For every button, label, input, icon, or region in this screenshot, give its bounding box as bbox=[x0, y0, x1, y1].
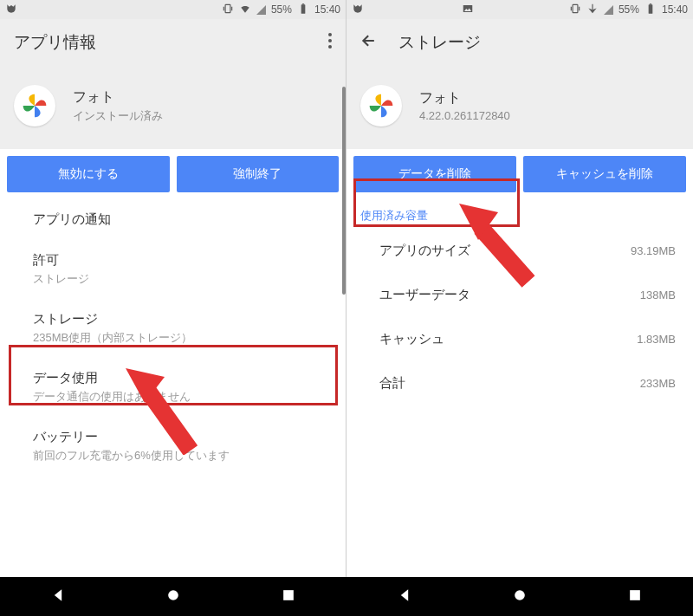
svg-rect-0 bbox=[225, 4, 230, 12]
row-cache: キャッシュ 1.83MB bbox=[346, 317, 693, 361]
page-title: ストレージ bbox=[398, 31, 481, 54]
force-stop-button[interactable]: 強制終了 bbox=[177, 156, 340, 192]
battery-icon bbox=[297, 3, 309, 17]
app-photos-icon bbox=[360, 85, 402, 126]
item-notifications[interactable]: アプリの通知 bbox=[0, 199, 346, 240]
clear-data-button[interactable]: データを削除 bbox=[353, 156, 516, 192]
signal-icon bbox=[604, 5, 613, 15]
action-button-row: データを削除 キャッシュを削除 bbox=[346, 149, 693, 199]
svg-rect-13 bbox=[283, 590, 294, 600]
screen-app-info: 55% 15:40 アプリ情報 フォト イ bbox=[0, 0, 346, 577]
storage-breakdown: アプリのサイズ 93.19MB ユーザーデータ 138MB キャッシュ 1.83… bbox=[346, 229, 693, 577]
nav-home-icon[interactable] bbox=[165, 587, 182, 607]
row-total: 合計 233MB bbox=[346, 361, 693, 405]
status-bar: 55% 15:40 bbox=[346, 0, 693, 19]
page-title: アプリ情報 bbox=[14, 31, 96, 54]
svg-point-5 bbox=[328, 45, 332, 49]
android-nav-bar bbox=[0, 577, 693, 616]
row-user-data: ユーザーデータ 138MB bbox=[346, 273, 693, 317]
app-header-block: フォト インストール済み bbox=[0, 66, 346, 149]
nav-home-icon[interactable] bbox=[511, 587, 528, 607]
nav-back-icon[interactable] bbox=[49, 587, 67, 607]
item-battery[interactable]: バッテリー 前回のフル充電から6%使用しています bbox=[0, 417, 346, 476]
svg-rect-15 bbox=[630, 590, 640, 600]
vibrate-icon bbox=[222, 3, 234, 17]
notification-cat-icon bbox=[5, 3, 17, 17]
section-used-space: 使用済み容量 bbox=[346, 199, 693, 229]
scrollbar-indicator bbox=[342, 87, 346, 295]
clock-text: 15:40 bbox=[314, 3, 340, 16]
item-data-usage[interactable]: データ使用 データ通信の使用はありません bbox=[0, 358, 346, 417]
battery-percent: 55% bbox=[271, 3, 292, 16]
disable-button[interactable]: 無効にする bbox=[7, 156, 170, 192]
nav-recent-icon[interactable] bbox=[280, 587, 297, 607]
app-install-status: インストール済み bbox=[73, 108, 163, 124]
battery-icon bbox=[644, 3, 657, 17]
status-bar: 55% 15:40 bbox=[0, 0, 346, 19]
action-button-row: 無効にする 強制終了 bbox=[0, 149, 346, 199]
svg-point-14 bbox=[515, 590, 525, 600]
battery-percent: 55% bbox=[619, 3, 639, 16]
clear-cache-button[interactable]: キャッシュを削除 bbox=[523, 156, 686, 192]
notification-photo-icon bbox=[462, 3, 474, 17]
app-name: フォト bbox=[73, 88, 163, 107]
wifi-icon bbox=[239, 3, 251, 17]
notification-cat-icon bbox=[352, 3, 364, 17]
svg-point-12 bbox=[168, 590, 178, 600]
settings-list: アプリの通知 許可 ストレージ ストレージ 235MB使用（内部ストレージ） デ… bbox=[0, 199, 346, 577]
vibrate-icon bbox=[569, 3, 581, 17]
header-storage: ストレージ bbox=[346, 19, 693, 66]
app-name: フォト bbox=[419, 89, 510, 107]
signal-icon bbox=[256, 5, 266, 15]
app-version: 4.22.0.261172840 bbox=[419, 109, 510, 122]
header-app-info: アプリ情報 bbox=[0, 19, 346, 66]
item-storage[interactable]: ストレージ 235MB使用（内部ストレージ） bbox=[0, 299, 346, 358]
item-permissions[interactable]: 許可 ストレージ bbox=[0, 240, 346, 299]
screen-storage: 55% 15:40 ストレージ フォト 4 bbox=[346, 0, 693, 577]
svg-rect-1 bbox=[301, 4, 306, 14]
app-header-block: フォト 4.22.0.261172840 bbox=[346, 66, 693, 149]
clock-text: 15:40 bbox=[662, 3, 688, 16]
nav-recent-icon[interactable] bbox=[626, 587, 644, 607]
wifi-icon bbox=[586, 3, 599, 17]
app-photos-icon bbox=[14, 85, 55, 126]
back-icon[interactable] bbox=[360, 32, 378, 53]
svg-rect-9 bbox=[649, 4, 653, 14]
nav-back-icon[interactable] bbox=[396, 587, 413, 607]
svg-rect-10 bbox=[650, 3, 651, 4]
svg-point-3 bbox=[328, 33, 332, 36]
svg-point-4 bbox=[328, 39, 332, 42]
svg-rect-2 bbox=[302, 3, 304, 4]
row-app-size: アプリのサイズ 93.19MB bbox=[346, 229, 693, 273]
overflow-menu-icon[interactable] bbox=[328, 33, 332, 52]
svg-rect-8 bbox=[573, 4, 578, 12]
